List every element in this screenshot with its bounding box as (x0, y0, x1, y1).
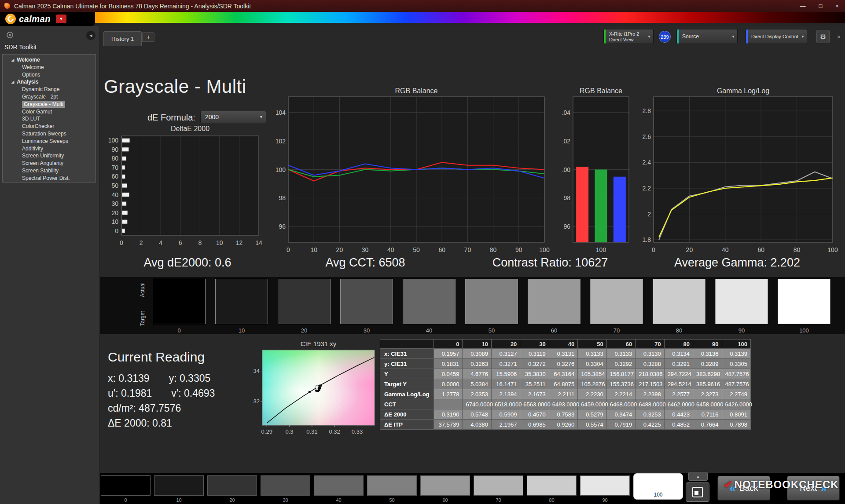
window-minimize-button[interactable]: — (800, 3, 806, 9)
svg-text:40: 40 (111, 191, 118, 198)
sidebar-item-screen-angularity[interactable]: Screen Angularity (3, 160, 96, 167)
pattern-patch-100[interactable]: 100 (633, 475, 683, 500)
display-control-select[interactable]: Direct Display Control ▼ (746, 29, 807, 44)
pattern-patch-0[interactable]: 0 (101, 475, 151, 503)
sidebar-item-screen-stability[interactable]: Screen Stability (3, 167, 96, 175)
source-select[interactable]: Source ▼ (676, 29, 738, 44)
sidebar-item-analysis[interactable]: ◢Analysis (3, 78, 96, 86)
add-tab-button[interactable]: + (142, 32, 154, 42)
svg-text:0.33: 0.33 (352, 428, 363, 435)
sidebar-tree: ◢WelcomeWelcomeOptions◢AnalysisDynamic R… (2, 54, 96, 183)
rainbow-banner (0, 12, 845, 23)
next-label: Next (800, 483, 817, 493)
window-icon (692, 487, 703, 497)
svg-text:14: 14 (255, 239, 262, 246)
next-button[interactable]: Next » (787, 476, 840, 500)
pattern-patch-20[interactable]: 20 (207, 475, 257, 503)
sidebar-item-luminance-sweeps[interactable]: Luminance Sweeps (3, 138, 96, 145)
reading-y: y: 0.3305 (169, 373, 211, 384)
grayscale-swatch-100: 100 (778, 279, 830, 334)
svg-text:96: 96 (563, 223, 570, 230)
stat-avg-cct: Avg CCT: 6508 (282, 256, 449, 270)
sidebar-item-saturation-sweeps[interactable]: Saturation Sweeps (3, 130, 96, 138)
logo-menu-button[interactable]: ▼ (56, 15, 66, 23)
sidebar-item-options[interactable]: Options (3, 71, 96, 79)
pattern-patch-10[interactable]: 10 (154, 475, 204, 503)
svg-text:40: 40 (722, 246, 729, 253)
svg-text:100: 100 (827, 246, 838, 253)
window-close-button[interactable]: × (835, 3, 839, 9)
svg-text:0.3: 0.3 (286, 428, 294, 435)
rgb-balance-line-chart: 01020304050607080901009698100102104RGB B… (276, 86, 553, 253)
pattern-patch-80[interactable]: 80 (527, 475, 577, 503)
svg-text:60: 60 (438, 246, 445, 253)
sidebar-item-dynamic-range[interactable]: Dynamic Range (3, 86, 96, 93)
sidebar-collapse-button[interactable]: ◄ (86, 31, 96, 40)
meter-select[interactable]: X-Rite i1Pro 2 Direct View ▼ (603, 29, 654, 44)
chevron-down-icon: ▼ (259, 115, 263, 119)
svg-text:104: 104 (276, 109, 286, 116)
svg-text:0.32: 0.32 (253, 398, 260, 405)
source-accent (677, 29, 679, 44)
svg-text:6: 6 (179, 239, 182, 246)
gamma-chart: 0204060801001.822.22.42.62.8Gamma Log/Lo… (642, 86, 845, 253)
svg-text:2.4: 2.4 (643, 159, 651, 166)
pattern-patch-60[interactable]: 60 (420, 475, 470, 503)
sidebar-item-screen-uniformity[interactable]: Screen Uniformity (3, 152, 96, 160)
svg-text:0: 0 (287, 246, 290, 253)
svg-text:50: 50 (413, 246, 420, 253)
pattern-patch-50[interactable]: 50 (367, 475, 417, 503)
calman-logo-icon (5, 14, 16, 24)
sidebar-item-additivity[interactable]: Additivity (3, 145, 96, 153)
meter-mode: Direct View (609, 37, 653, 43)
table-row: ΔE 20000.31900.57480.59090.45700.75830.5… (380, 409, 751, 420)
meter-count-badge[interactable]: 239 (659, 31, 671, 43)
table-row: Gamma Log/Log1.27782.03532.13942.16732.2… (380, 389, 751, 399)
sidebar-item-grayscale-2pt[interactable]: Grayscale - 2pt (3, 93, 96, 101)
sidebar-item-welcome[interactable]: Welcome (3, 64, 96, 71)
calman-logo-text: calman (19, 14, 51, 24)
pattern-patch-40[interactable]: 40 (314, 475, 364, 503)
deltae-chart: 024681012141009080706050403020100DeltaE … (104, 123, 276, 255)
table-row: ΔE ITP37.57394.03802.19670.69850.92600.5… (380, 420, 751, 430)
actual-label: Actual (140, 277, 146, 303)
svg-text:90: 90 (515, 246, 522, 253)
de-formula-label: dE Formula: (147, 113, 195, 123)
main-content: Grayscale - Multi dE Formula: 2000 ▼ 024… (100, 46, 845, 473)
pattern-patch-90[interactable]: 90 (580, 475, 630, 503)
meter-name: X-Rite i1Pro 2 (609, 31, 653, 37)
chevron-left-icon: ◄ (89, 33, 93, 38)
reading-u: u': 0.1981 (108, 387, 152, 399)
grayscale-swatch-0: 0 (153, 279, 206, 334)
svg-text:0: 0 (652, 246, 655, 253)
svg-text:90: 90 (111, 146, 118, 153)
pattern-window-button[interactable] (686, 482, 709, 502)
sidebar-item-spectral-power-dist[interactable]: Spectral Power Dist. (3, 175, 96, 182)
svg-text:50: 50 (111, 182, 118, 189)
svg-text:0.34: 0.34 (253, 368, 260, 374)
close-workflow-button[interactable]: × (833, 31, 845, 42)
sidebar-item-colorchecker[interactable]: ColorChecker (3, 123, 96, 130)
de-formula-select[interactable]: 2000 ▼ (200, 111, 266, 123)
settings-button[interactable]: ⚙ (816, 30, 830, 43)
svg-text:30: 30 (111, 200, 118, 207)
window-maximize-button[interactable]: □ (819, 3, 823, 9)
tab-history-1[interactable]: History 1 (103, 31, 142, 46)
sidebar-item-3d-lut[interactable]: 3D LUT (3, 115, 96, 123)
sidebar-item-color-gamut[interactable]: Color Gamut (3, 108, 96, 116)
chevrons-right-icon: » (820, 484, 827, 493)
swatch-row: 0102030405060708090100 (153, 279, 830, 334)
title-bar: Calman 2025 Calman Ultimate for Business… (0, 0, 845, 12)
pattern-patch-30[interactable]: 30 (261, 475, 310, 503)
source-label: Source (682, 33, 699, 40)
sidebar-item-welcome[interactable]: ◢Welcome (3, 56, 96, 64)
pattern-bar-expand-button[interactable]: ▴ (688, 472, 708, 481)
sidebar-item-grayscale-multi[interactable]: Grayscale - Multi (3, 101, 96, 108)
svg-text:98: 98 (279, 194, 286, 201)
svg-text:RGB Balance: RGB Balance (580, 87, 622, 95)
svg-text:30: 30 (362, 246, 369, 253)
pattern-patch-70[interactable]: 70 (474, 475, 523, 503)
back-button[interactable]: « Back (717, 476, 770, 500)
svg-text:10: 10 (310, 246, 317, 253)
svg-text:80: 80 (490, 246, 497, 253)
